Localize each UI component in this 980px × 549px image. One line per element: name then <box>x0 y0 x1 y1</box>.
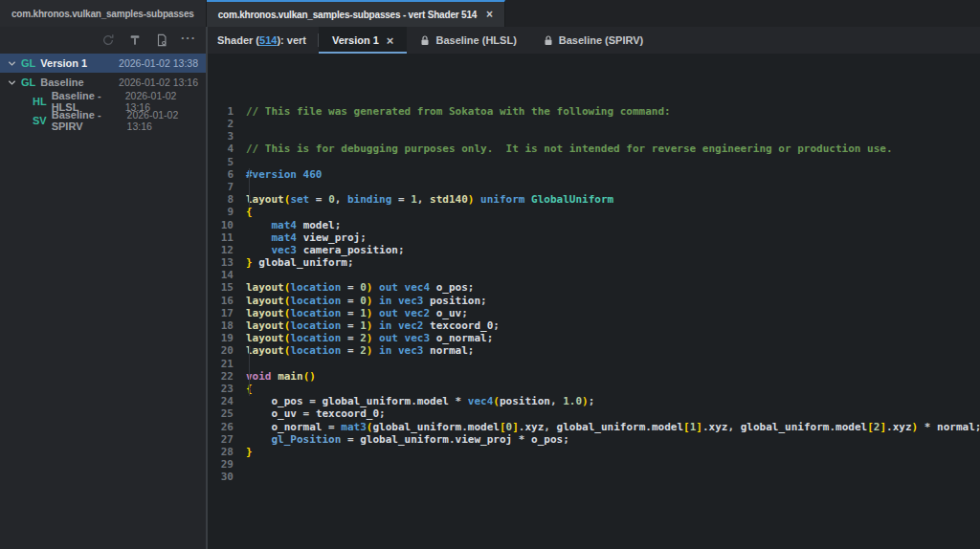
window-tab-strip: com.khronos.vulkan_samples-subpasses com… <box>0 0 980 27</box>
window-tab-vert-shader[interactable]: com.khronos.vulkan_samples-subpasses - v… <box>207 0 505 27</box>
sidebar-item-baseline-spirv[interactable]: SV Baseline - SPIRV 2026-01-02 13:16 <box>0 111 206 130</box>
code-line: 10 mat4 model; <box>208 219 980 231</box>
close-icon[interactable]: × <box>387 34 394 47</box>
code-line: 14 <box>208 269 980 281</box>
tab-baseline-spirv[interactable]: Baseline (SPIRV) <box>530 27 657 54</box>
code-line: 28} <box>208 446 980 458</box>
line-text: mat4 model; <box>246 219 341 231</box>
refresh-icon[interactable] <box>99 31 118 50</box>
tab-label: Baseline (HLSL) <box>435 34 516 46</box>
tab-baseline-hlsl[interactable]: Baseline (HLSL) <box>407 27 529 54</box>
window-tab-label: com.khronos.vulkan_samples-subpasses <box>11 9 194 19</box>
version-date: 2026-01-02 13:16 <box>127 109 198 132</box>
version-label: Baseline - SPIRV <box>52 109 127 132</box>
lock-icon <box>544 35 553 46</box>
hammer-icon[interactable] <box>125 31 145 50</box>
line-number: 11 <box>208 231 234 244</box>
line-number: 25 <box>208 407 234 420</box>
line-number: 28 <box>208 446 234 458</box>
chevron-down-icon[interactable] <box>8 59 21 68</box>
line-text: o_normal = mat3(global_uniform.model[0].… <box>246 421 980 433</box>
code-line: 3 <box>208 130 980 143</box>
version-label: Baseline <box>40 77 83 88</box>
window-tab-capture[interactable]: com.khronos.vulkan_samples-subpasses <box>0 0 207 27</box>
line-text: #version 460 <box>246 168 322 181</box>
code-line: 7 <box>208 181 980 193</box>
line-number: 3 <box>208 130 234 143</box>
line-text: mat4 view_proj; <box>246 231 367 244</box>
window-tab-label: com.khronos.vulkan_samples-subpasses - v… <box>218 10 477 20</box>
line-text: layout(set = 0, binding = 1, std140) uni… <box>246 193 613 206</box>
code-line: 2 <box>208 118 980 130</box>
code-line: 6#version 460 <box>208 168 980 181</box>
indent-guide <box>249 168 250 207</box>
line-number: 19 <box>208 332 234 344</box>
line-text: { <box>246 206 253 218</box>
line-text: layout(location = 0) in vec3 position; <box>246 295 487 307</box>
shader-code-editor[interactable]: 1// This file was generated from Sokatoa… <box>208 54 980 549</box>
code-line: 4// This is for debugging purposes only.… <box>208 143 980 155</box>
line-text: void main() <box>246 370 316 383</box>
code-line: 12 vec3 camera_position; <box>208 244 980 256</box>
line-text: } global_uniform; <box>246 256 354 269</box>
line-number: 10 <box>208 219 234 231</box>
line-number: 30 <box>208 471 234 483</box>
sidebar-item-baseline-hlsl[interactable]: HL Baseline - HLSL 2026-01-02 13:16 <box>0 92 206 111</box>
line-text: layout(location = 2) out vec3 o_normal; <box>246 332 493 344</box>
code-line: 29 <box>208 458 980 471</box>
code-line: 23{ <box>208 383 980 395</box>
close-icon[interactable]: × <box>486 9 493 20</box>
line-text: o_uv = texcoord_0; <box>246 407 386 420</box>
tab-label: Version 1 <box>332 34 379 46</box>
tab-version-1[interactable]: Version 1 × <box>319 27 408 54</box>
line-number: 9 <box>208 206 234 218</box>
code-line: 8layout(set = 0, binding = 1, std140) un… <box>208 193 980 206</box>
line-text: o_pos = global_uniform.model * vec4(posi… <box>246 395 594 407</box>
code-line: 26 o_normal = mat3(global_uniform.model[… <box>208 421 980 433</box>
version-date: 2026-01-02 13:38 <box>119 57 198 69</box>
tab-label: Baseline (SPIRV) <box>559 34 643 46</box>
line-number: 23 <box>208 383 234 395</box>
code-line: 15layout(location = 0) out vec4 o_pos; <box>208 281 980 294</box>
code-line: 5 <box>208 156 980 168</box>
line-number: 14 <box>208 269 234 281</box>
line-number: 18 <box>208 319 234 332</box>
shader-title-prefix: Shader ( <box>217 34 259 46</box>
file-gear-icon[interactable] <box>152 31 171 50</box>
code-line: 20layout(location = 2) in vec3 normal; <box>208 344 980 357</box>
sidebar-item-version-1[interactable]: GL Version 1 2026-01-02 13:38 <box>0 54 206 73</box>
line-number: 27 <box>208 433 234 446</box>
version-type-badge: HL <box>33 96 47 107</box>
line-number: 22 <box>208 370 234 383</box>
sidebar-item-baseline[interactable]: GL Baseline 2026-01-02 13:16 <box>0 73 206 92</box>
ellipsis-icon[interactable]: ··· <box>179 31 198 50</box>
secondary-bar: ··· Shader (514): vert Version 1 × Basel… <box>0 27 980 54</box>
line-number: 5 <box>208 156 234 168</box>
line-text: // This is for debugging purposes only. … <box>246 143 893 155</box>
line-text: // This file was generated from Sokatoa … <box>246 105 671 118</box>
code-line: 22void main() <box>208 370 980 383</box>
version-date: 2026-01-02 13:16 <box>119 77 198 88</box>
line-text: vec3 camera_position; <box>246 244 405 256</box>
line-number: 24 <box>208 395 234 407</box>
shader-title: Shader (514): vert <box>206 27 318 54</box>
chevron-down-icon[interactable] <box>8 78 21 87</box>
code-line: 9{ <box>208 206 980 218</box>
line-number: 21 <box>208 358 234 370</box>
version-sidebar: GL Version 1 2026-01-02 13:38 GL Baselin… <box>0 54 206 549</box>
line-number: 6 <box>208 168 234 181</box>
line-number: 7 <box>208 181 234 193</box>
line-text: layout(location = 1) out vec2 o_uv; <box>246 307 468 319</box>
line-number: 17 <box>208 307 234 319</box>
line-number: 26 <box>208 421 234 433</box>
editor-tab-bar: Shader (514): vert Version 1 × Baseline … <box>206 27 980 54</box>
indent-guide <box>249 345 250 396</box>
line-text: } <box>246 446 253 458</box>
code-line: 19layout(location = 2) out vec3 o_normal… <box>208 332 980 344</box>
line-text: layout(location = 1) in vec2 texcoord_0; <box>246 319 500 332</box>
line-text: layout(location = 2) in vec3 normal; <box>246 344 474 357</box>
lock-icon <box>420 35 430 46</box>
version-label: Version 1 <box>40 57 87 69</box>
shader-id-link[interactable]: 514 <box>259 34 277 46</box>
version-type-badge: GL <box>21 77 35 88</box>
